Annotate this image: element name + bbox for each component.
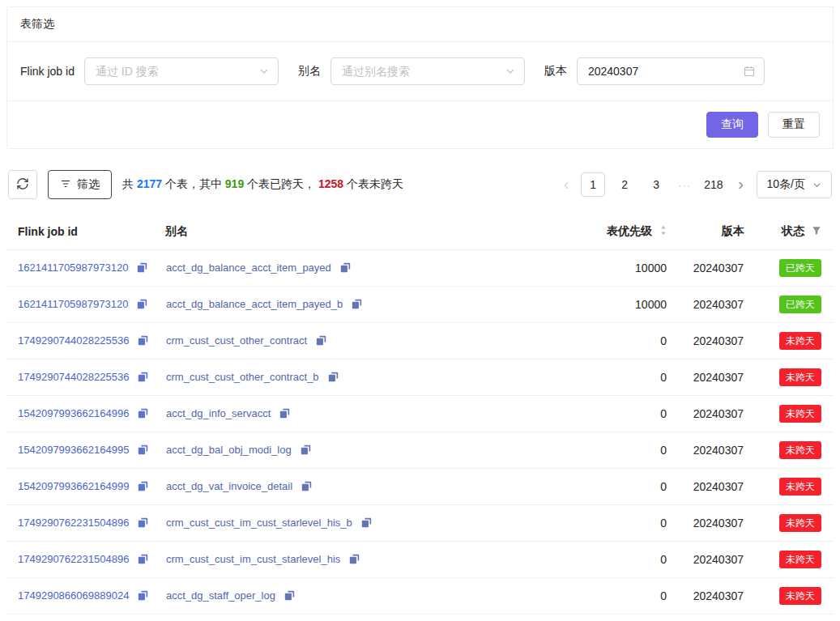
- summary-segment: 共: [122, 177, 137, 190]
- filter-toggle-label: 筛选: [77, 177, 100, 192]
- copy-icon[interactable]: [361, 517, 372, 530]
- page-button-1[interactable]: 1: [581, 172, 605, 197]
- alias-link[interactable]: acct_dg_staff_oper_log: [166, 589, 275, 602]
- alias-link[interactable]: acct_dg_balance_acct_item_payed: [166, 262, 331, 274]
- alias-input[interactable]: [340, 64, 501, 79]
- alias-link[interactable]: acct_dg_balance_acct_item_payed_b: [166, 298, 343, 310]
- chevron-down-icon: [812, 181, 821, 189]
- copy-icon[interactable]: [301, 481, 312, 494]
- status-badge: 未跨天: [779, 332, 821, 350]
- summary-segment: 919: [225, 177, 244, 190]
- copy-icon[interactable]: [137, 262, 147, 275]
- toolbar: 筛选 共 2177 个表，其中 919 个表已跨天， 1258 个表未跨天 ‹1…: [6, 170, 834, 199]
- table-row: 1749290866069889024 acct_dg_staff_oper_l…: [6, 578, 834, 615]
- table-row: 1749290762231504896 crm_cust_cust_im_cus…: [6, 505, 834, 542]
- page-size-label: 10条/页: [767, 177, 805, 192]
- copy-icon[interactable]: [352, 299, 362, 312]
- copy-icon[interactable]: [138, 335, 148, 348]
- job-id-link[interactable]: 1542097993662164996: [18, 407, 129, 419]
- version-cell: 20240307: [667, 432, 744, 469]
- page-button-2[interactable]: 2: [612, 172, 637, 197]
- status-badge: 未跨天: [779, 478, 821, 496]
- job-id-link[interactable]: 1542097993662164995: [18, 444, 129, 456]
- status-badge: 未跨天: [779, 514, 821, 532]
- alias-link[interactable]: crm_cust_cust_im_cust_starlevel_his_b: [166, 517, 352, 529]
- copy-icon[interactable]: [328, 372, 339, 385]
- job-id-link[interactable]: 1621411705987973120: [18, 298, 128, 310]
- copy-icon[interactable]: [138, 372, 148, 385]
- copy-icon[interactable]: [279, 408, 290, 421]
- flink-job-id-input[interactable]: [94, 64, 254, 79]
- page-size-select[interactable]: 10条/页: [757, 171, 832, 198]
- flink-job-id-select[interactable]: [84, 57, 279, 85]
- calendar-icon: [744, 66, 755, 77]
- copy-icon[interactable]: [138, 481, 148, 494]
- version-cell: 20240307: [667, 505, 744, 542]
- sort-icon[interactable]: [659, 225, 667, 238]
- column-header-label: 版本: [722, 224, 744, 237]
- job-id-link[interactable]: 1542097993662164999: [18, 480, 129, 492]
- alias-link[interactable]: crm_cust_cust_other_contract_b: [166, 371, 319, 383]
- refresh-button[interactable]: [8, 170, 37, 199]
- filter-toggle-button[interactable]: 筛选: [48, 170, 112, 199]
- job-id-link[interactable]: 1749290762231504896: [18, 553, 129, 565]
- alias-link[interactable]: acct_dg_vat_invoice_detail: [166, 480, 292, 492]
- copy-icon[interactable]: [137, 299, 147, 312]
- table-row: 1542097993662164999 acct_dg_vat_invoice_…: [6, 469, 834, 505]
- priority-cell: 10000: [562, 287, 667, 323]
- toolbar-right-group: ‹123···218› 10条/页: [559, 171, 832, 198]
- table-row: 1542097993662164996 acct_dg_info_servacc…: [6, 396, 834, 432]
- page-button-3[interactable]: 3: [644, 172, 668, 197]
- copy-icon[interactable]: [316, 335, 326, 348]
- status-badge: 已跨天: [779, 296, 821, 313]
- filter-card-title: 表筛选: [20, 17, 54, 30]
- priority-cell: 0: [562, 578, 667, 615]
- chevron-down-icon: [259, 66, 269, 76]
- reset-button[interactable]: 重置: [768, 112, 820, 138]
- summary-text: 共 2177 个表，其中 919 个表已跨天， 1258 个表未跨天: [122, 177, 403, 192]
- filter-card-header: 表筛选: [7, 7, 833, 42]
- column-header-status[interactable]: 状态: [744, 215, 834, 250]
- prev-page-button[interactable]: ‹: [559, 176, 574, 194]
- table-row: 1749290744028225536 crm_cust_cust_other_…: [6, 359, 834, 396]
- version-date-input[interactable]: [586, 64, 739, 79]
- column-header-label: Flink job id: [18, 225, 78, 238]
- job-id-link[interactable]: 1621411705987973120: [18, 262, 128, 274]
- column-header-priority[interactable]: 表优先级: [562, 215, 667, 250]
- version-cell: 20240307: [667, 469, 744, 505]
- copy-icon[interactable]: [340, 262, 351, 275]
- alias-link[interactable]: acct_dg_bal_obj_modi_log: [166, 444, 292, 456]
- column-header-label: 别名: [165, 224, 188, 237]
- query-button[interactable]: 查询: [706, 112, 758, 138]
- form-item-alias: 别名: [298, 57, 525, 85]
- next-page-button[interactable]: ›: [734, 176, 748, 194]
- column-header-label: 表优先级: [607, 224, 652, 237]
- version-date-picker[interactable]: [577, 57, 765, 85]
- table-row: 1542097993662164995 acct_dg_bal_obj_modi…: [6, 432, 834, 469]
- job-id-link[interactable]: 1749290762231504896: [18, 517, 129, 529]
- column-header-version: 版本: [667, 215, 744, 250]
- flink-job-id-label: Flink job id: [20, 65, 75, 78]
- summary-segment: 1258: [318, 177, 343, 190]
- priority-cell: 0: [562, 469, 667, 505]
- job-id-link[interactable]: 1749290744028225536: [18, 334, 129, 347]
- alias-link[interactable]: crm_cust_cust_im_cust_starlevel_his: [166, 553, 340, 565]
- copy-icon[interactable]: [284, 590, 295, 603]
- table-row: 1749290762231504896 crm_cust_cust_im_cus…: [6, 542, 834, 578]
- page-button-218[interactable]: 218: [701, 172, 726, 197]
- alias-link[interactable]: crm_cust_cust_other_contract: [166, 334, 307, 347]
- copy-icon[interactable]: [138, 517, 148, 530]
- job-id-link[interactable]: 1749290744028225536: [18, 371, 129, 383]
- column-filter-icon[interactable]: [812, 225, 821, 238]
- job-id-link[interactable]: 1749290866069889024: [18, 589, 129, 602]
- alias-link[interactable]: acct_dg_info_servacct: [166, 407, 271, 419]
- copy-icon[interactable]: [349, 554, 360, 567]
- copy-icon[interactable]: [138, 408, 148, 421]
- version-cell: 20240307: [667, 287, 744, 323]
- copy-icon[interactable]: [138, 444, 148, 457]
- copy-icon[interactable]: [138, 590, 148, 603]
- alias-select[interactable]: [330, 57, 525, 85]
- copy-icon[interactable]: [138, 554, 148, 567]
- page-ellipsis: ···: [676, 179, 693, 191]
- copy-icon[interactable]: [301, 444, 311, 457]
